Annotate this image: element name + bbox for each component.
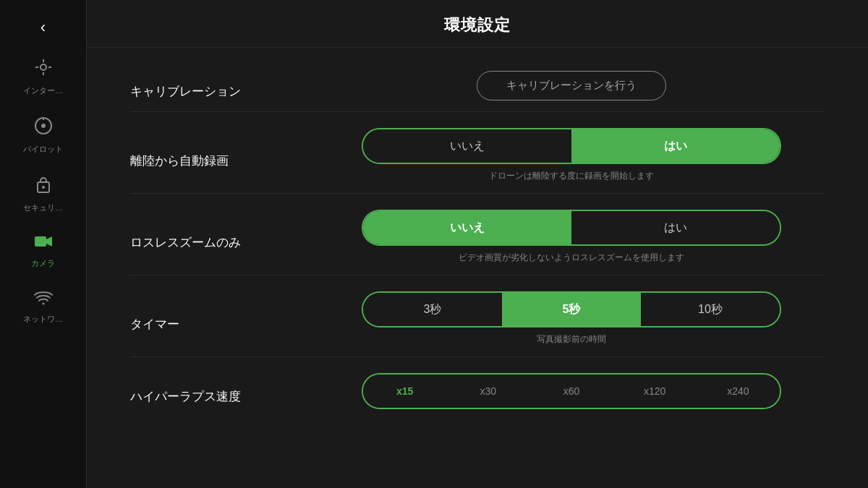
hyperlapse-x60[interactable]: x60 [529,374,613,408]
sidebar-item-pilot-label: パイロット [23,144,63,155]
timer-row: タイマー 3秒 5秒 10秒 写真撮影前の時間 [130,275,825,357]
settings-list: キャリブレーション キャリブレーションを行う 離陸から自動録画 いいえ はい ド… [87,48,868,427]
svg-rect-10 [35,236,46,247]
page-title: 環境設定 [87,0,868,48]
interface-icon [34,58,53,81]
svg-point-0 [41,64,46,70]
sidebar-item-security[interactable]: セキュリ… [0,165,86,223]
timer-control: 3秒 5秒 10秒 写真撮影前の時間 [318,291,825,356]
timer-3s[interactable]: 3秒 [363,293,502,326]
sidebar: ‹ インター… パイロット [0,0,87,488]
sidebar-item-interface-label: インター… [23,85,63,96]
back-button[interactable]: ‹ [0,7,86,48]
hyperlapse-x240[interactable]: x240 [697,374,780,408]
sidebar-item-camera-label: カメラ [31,258,55,269]
hyperlapse-x30[interactable]: x30 [446,374,529,408]
timer-label: タイマー [130,316,318,333]
auto-record-row: 離陸から自動録画 いいえ はい ドローンは離陸する度に録画を開始します [130,112,825,194]
timer-toggle: 3秒 5秒 10秒 [362,291,781,328]
auto-record-yes[interactable]: はい [571,129,780,163]
calibration-label: キャリブレーション [130,83,318,100]
hyperlapse-control: x15 x30 x60 x120 x240 [318,373,825,420]
lossless-zoom-yes[interactable]: はい [571,211,780,244]
sidebar-item-network[interactable]: ネットワ… [0,279,86,335]
lossless-zoom-toggle: いいえ はい [362,210,781,246]
timer-10s[interactable]: 10秒 [641,293,780,326]
svg-point-9 [42,186,45,189]
timer-5s[interactable]: 5秒 [502,293,641,326]
main-content: 環境設定 キャリブレーション キャリブレーションを行う 離陸から自動録画 いいえ… [87,0,868,488]
sidebar-item-pilot[interactable]: パイロット [0,106,86,165]
hyperlapse-row: ハイパーラプス速度 x15 x30 x60 x120 x240 [130,357,825,420]
camera-icon [34,234,53,254]
hyperlapse-label: ハイパーラプス速度 [130,388,318,405]
timer-hint: 写真撮影前の時間 [537,333,606,346]
lossless-zoom-row: ロスレスズームのみ いいえ はい ビデオ画質が劣化しないようロスレスズームを使用… [130,194,825,275]
security-icon [34,175,53,198]
pilot-icon [34,116,53,140]
calibration-control: キャリブレーションを行う [318,71,825,111]
lossless-zoom-label: ロスレスズームのみ [130,234,318,251]
lossless-zoom-no[interactable]: いいえ [363,211,571,244]
svg-point-12 [42,303,44,305]
svg-marker-11 [46,236,52,247]
auto-record-label: 離陸から自動録画 [130,153,318,169]
hyperlapse-toggle: x15 x30 x60 x120 x240 [362,373,781,409]
auto-record-no[interactable]: いいえ [363,129,571,163]
sidebar-item-camera[interactable]: カメラ [0,223,86,279]
sidebar-item-security-label: セキュリ… [23,202,63,213]
hyperlapse-x120[interactable]: x120 [613,374,697,408]
auto-record-control: いいえ はい ドローンは離陸する度に録画を開始します [318,128,825,193]
sidebar-item-network-label: ネットワ… [23,314,63,325]
svg-point-6 [41,124,46,128]
lossless-zoom-control: いいえ はい ビデオ画質が劣化しないようロスレスズームを使用します [318,210,825,275]
lossless-zoom-hint: ビデオ画質が劣化しないようロスレスズームを使用します [459,252,684,264]
hyperlapse-x15[interactable]: x15 [363,374,446,408]
auto-record-toggle: いいえ はい [362,128,781,164]
calibration-row: キャリブレーション キャリブレーションを行う [130,55,825,112]
sidebar-item-interface[interactable]: インター… [0,48,86,106]
auto-record-hint: ドローンは離陸する度に録画を開始します [489,170,654,182]
network-icon [34,289,53,309]
calibration-button[interactable]: キャリブレーションを行う [477,71,666,100]
